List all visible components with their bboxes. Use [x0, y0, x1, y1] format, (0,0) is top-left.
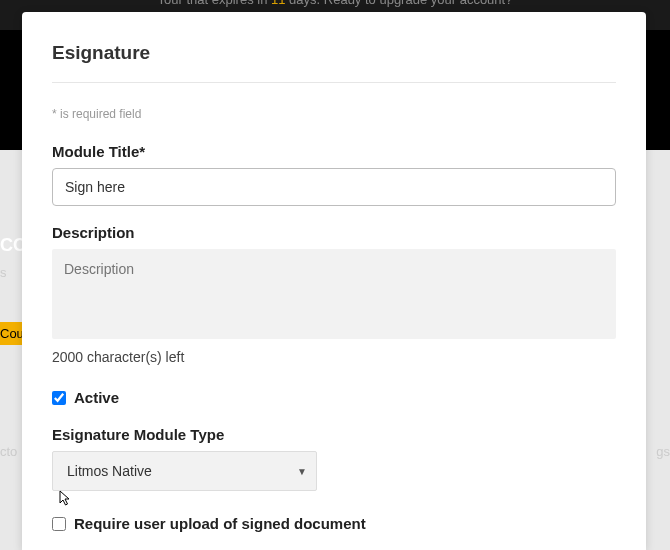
- active-checkbox[interactable]: [52, 391, 66, 405]
- module-type-label: Esignature Module Type: [52, 426, 616, 443]
- background-fragment: s: [0, 265, 7, 280]
- require-upload-checkbox[interactable]: [52, 517, 66, 531]
- description-label: Description: [52, 224, 616, 241]
- active-row: Active: [52, 389, 616, 406]
- required-field-note: * is required field: [52, 107, 616, 121]
- modal-title: Esignature: [52, 42, 616, 64]
- require-upload-row: Require user upload of signed document: [52, 515, 616, 532]
- banner-days: 11: [271, 0, 285, 7]
- banner-text-prefix: Tour that expires in: [158, 0, 271, 7]
- background-fragment: cto: [0, 444, 17, 459]
- esignature-modal: Esignature * is required field Module Ti…: [22, 12, 646, 550]
- module-title-label: Module Title*: [52, 143, 616, 160]
- active-label: Active: [74, 389, 119, 406]
- background-fragment: gs: [656, 444, 670, 459]
- module-type-select-wrap: Litmos Native ▼: [52, 451, 317, 491]
- module-title-input[interactable]: [52, 168, 616, 206]
- banner-text-suffix: days. Ready to upgrade your account?: [285, 0, 512, 7]
- divider: [52, 82, 616, 83]
- module-type-select[interactable]: Litmos Native: [52, 451, 317, 491]
- description-textarea[interactable]: [52, 249, 616, 339]
- description-counter: 2000 character(s) left: [52, 349, 616, 365]
- require-upload-label: Require user upload of signed document: [74, 515, 366, 532]
